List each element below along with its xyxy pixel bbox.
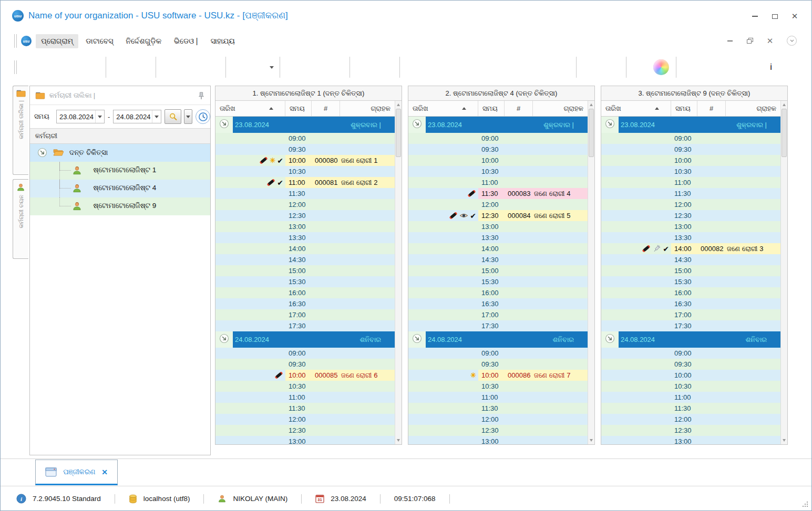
add-column-button[interactable] bbox=[355, 57, 375, 78]
appointment-row[interactable]: ✔14:00000082ଜଣେ ରୋଗୀ 3 bbox=[601, 243, 780, 254]
collapse-group-icon[interactable] bbox=[412, 119, 422, 131]
time-slot-row[interactable]: 15:00 bbox=[601, 265, 780, 276]
column-header-date[interactable]: ତାରିଖ bbox=[408, 101, 478, 116]
menu-item-5[interactable]: ସାହାଯ୍ୟ bbox=[205, 34, 240, 48]
filter-columns-button[interactable] bbox=[181, 57, 201, 78]
time-slot-row[interactable]: 16:00 bbox=[408, 287, 588, 298]
time-slot-row[interactable]: 11:30 bbox=[601, 188, 780, 199]
search-button[interactable] bbox=[165, 109, 181, 124]
close-button[interactable]: ✕ bbox=[790, 12, 799, 20]
time-slot-row[interactable]: 14:30 bbox=[215, 254, 395, 265]
pin-icon[interactable] bbox=[198, 91, 205, 100]
column-header-number[interactable]: # bbox=[697, 101, 726, 116]
scrollbar-track[interactable] bbox=[781, 157, 787, 436]
time-slot-row[interactable]: 09:30 bbox=[408, 144, 588, 155]
column-header-time[interactable]: ସମୟ bbox=[478, 101, 505, 116]
location-pin-button[interactable] bbox=[581, 57, 601, 78]
scroll-up-icon[interactable] bbox=[588, 101, 594, 109]
time-slot-row[interactable]: 12:00 bbox=[601, 414, 780, 425]
scrollbar-thumb[interactable] bbox=[396, 109, 401, 157]
date-group-row[interactable]: 24.08.2024ଶନିବାର bbox=[601, 331, 780, 348]
time-slot-row[interactable]: 16:00 bbox=[601, 287, 780, 298]
time-slot-row[interactable]: 10:30 bbox=[215, 166, 395, 177]
time-slot-row[interactable]: 17:00 bbox=[408, 309, 588, 320]
time-slot-row[interactable]: 17:30 bbox=[408, 320, 588, 331]
time-slot-row[interactable]: 13:00 bbox=[601, 436, 780, 444]
menu-item-3[interactable]: ନିର୍ଦ୍ଦେଶଗୁଡ଼ିକ bbox=[120, 34, 167, 48]
more-button[interactable] bbox=[781, 57, 801, 78]
time-slot-row[interactable]: 16:30 bbox=[408, 298, 588, 309]
collapse-group-icon[interactable] bbox=[219, 333, 229, 346]
collapse-group-icon[interactable] bbox=[412, 333, 422, 346]
flag-button[interactable] bbox=[231, 57, 251, 78]
scrollbar-thumb[interactable] bbox=[589, 109, 594, 157]
time-slot-row[interactable]: 09:30 bbox=[408, 359, 588, 370]
time-slot-row[interactable]: 10:30 bbox=[601, 381, 780, 392]
time-slot-row[interactable]: 12:00 bbox=[408, 414, 588, 425]
tab-close-icon[interactable]: ✕ bbox=[101, 468, 108, 476]
menu-overflow-icon[interactable] bbox=[787, 36, 797, 46]
time-slot-row[interactable]: 11:30 bbox=[215, 188, 395, 199]
lock-button[interactable] bbox=[681, 57, 701, 78]
search-button[interactable] bbox=[131, 57, 151, 78]
refresh-button[interactable] bbox=[111, 57, 131, 78]
filter-button[interactable] bbox=[161, 57, 181, 78]
scrollbar-track[interactable] bbox=[395, 157, 402, 436]
appointment-row[interactable]: ✔12:30000084ଜଣେ ରୋଗୀ 5 bbox=[408, 210, 588, 221]
time-slot-row[interactable]: 10:30 bbox=[408, 166, 588, 177]
sidebar-tab-employee-select[interactable]: କର୍ମଚାରୀ ଚୟନ bbox=[13, 179, 28, 259]
time-slot-row[interactable]: 09:30 bbox=[601, 144, 780, 155]
collapse-group-icon[interactable] bbox=[605, 333, 615, 346]
minimize-button[interactable] bbox=[751, 12, 759, 20]
date-from-input[interactable]: 23.08.2024 bbox=[56, 110, 105, 123]
report-button[interactable] bbox=[375, 57, 395, 78]
column-header-client[interactable]: ଗ୍ରାହକ bbox=[726, 101, 780, 116]
new-document-button[interactable] bbox=[21, 57, 41, 78]
collapse-group-icon[interactable] bbox=[605, 119, 615, 131]
vertical-scrollbar[interactable] bbox=[395, 101, 402, 444]
date-group-row[interactable]: 24.08.2024ଶନିବାର bbox=[215, 331, 395, 348]
time-slot-row[interactable]: 13:00 bbox=[408, 221, 588, 232]
time-slot-row[interactable]: 09:00 bbox=[601, 348, 780, 359]
time-slot-row[interactable]: 09:30 bbox=[215, 359, 395, 370]
time-slot-row[interactable]: 11:00 bbox=[601, 177, 780, 188]
time-button[interactable] bbox=[196, 109, 210, 124]
time-slot-row[interactable]: 12:00 bbox=[601, 199, 780, 210]
time-slot-row[interactable]: 09:30 bbox=[601, 359, 780, 370]
time-slot-row[interactable]: 12:30 bbox=[601, 210, 780, 221]
scroll-down-icon[interactable] bbox=[781, 436, 787, 444]
toolbar-grip[interactable] bbox=[14, 34, 17, 48]
date-group-row[interactable]: 23.08.2024ଶୁକ୍ରବାର | bbox=[215, 117, 395, 133]
filter-check-button[interactable] bbox=[201, 57, 221, 78]
mdi-minimize-button[interactable] bbox=[726, 37, 734, 45]
time-slot-row[interactable]: 11:00 bbox=[408, 392, 588, 403]
menu-item-4[interactable]: ଭିଡେଓ | bbox=[169, 34, 203, 48]
time-slot-row[interactable]: 12:00 bbox=[408, 199, 588, 210]
time-slot-row[interactable]: 15:00 bbox=[215, 265, 395, 276]
date-group-row[interactable]: 24.08.2024ଶନିବାର bbox=[408, 331, 588, 348]
time-slot-row[interactable]: 14:00 bbox=[215, 243, 395, 254]
time-slot-row[interactable]: 10:00 bbox=[601, 155, 780, 166]
time-slot-row[interactable]: 16:30 bbox=[601, 298, 780, 309]
appointment-row[interactable]: ✔11:00000081ଜଣେ ରୋଗୀ 2 bbox=[215, 177, 395, 188]
row-size-button[interactable] bbox=[285, 57, 305, 78]
image-button[interactable] bbox=[251, 57, 271, 78]
delete-button[interactable] bbox=[81, 57, 101, 78]
time-slot-row[interactable]: 15:30 bbox=[408, 276, 588, 287]
time-slot-row[interactable]: 13:30 bbox=[215, 232, 395, 243]
image-dropdown-icon[interactable] bbox=[269, 66, 275, 69]
time-slot-row[interactable]: 11:30 bbox=[215, 403, 395, 414]
import-button[interactable] bbox=[405, 57, 425, 78]
tree-root-dentistry[interactable]: ଦନ୍ତ ଚିକିତ୍ସା bbox=[30, 144, 210, 162]
time-slot-row[interactable]: 17:00 bbox=[601, 309, 780, 320]
menu-item-1[interactable]: ପ୍ରୋଗ୍ରାମ୍ bbox=[36, 34, 78, 48]
time-slot-row[interactable]: 12:30 bbox=[408, 425, 588, 436]
time-slot-row[interactable]: 09:00 bbox=[215, 348, 395, 359]
time-slot-row[interactable]: 11:00 bbox=[601, 392, 780, 403]
vertical-scrollbar[interactable] bbox=[588, 101, 594, 444]
tree-item-employee[interactable]: ଷ୍ଟୋମାଟୋଲୋଜିଷ୍ଟ 1 bbox=[30, 162, 210, 180]
user-rights-button[interactable] bbox=[701, 57, 721, 78]
resize-grip[interactable] bbox=[801, 500, 808, 507]
info-button[interactable]: i bbox=[761, 57, 781, 78]
scroll-up-icon[interactable] bbox=[395, 101, 402, 109]
